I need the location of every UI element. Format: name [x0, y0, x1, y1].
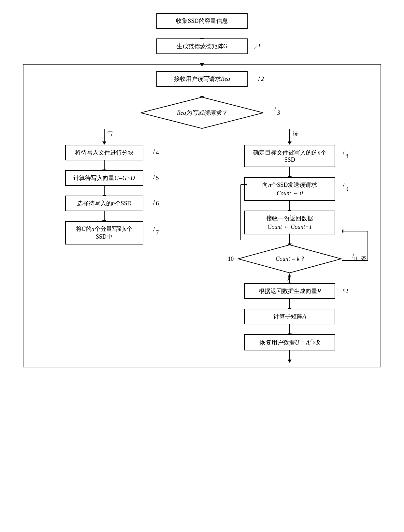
label-block-file: 将待写入文件进行分块: [75, 149, 134, 156]
step-num-6: 6: [156, 200, 159, 207]
node-receive-req-wrapper: 接收用户读写请求Req 2 /: [156, 71, 248, 87]
step-num-3: 3: [277, 110, 280, 116]
label-gen-vector-r: 根据返回数据生成向量R: [259, 288, 321, 294]
flowchart: 收集SSD的容量信息 生成范德蒙德矩阵G 1 / 接收用户读写请求Req 2: [23, 7, 381, 367]
step-num-9: 9: [345, 185, 348, 192]
label-collect-ssd: 收集SSD的容量信息: [176, 18, 228, 24]
node-determine-ssd-wrapper: 确定目标文件被写入的的n个SSD 8 /: [244, 145, 335, 167]
left-write-col: 写 将待写入文件进行分块 4 / 计算待写入向量C=: [33, 129, 175, 264]
right-read-col: 读 确定目标文件被写入的的n个SSD 8 / 向n个: [209, 129, 371, 360]
slash-3: /: [274, 105, 276, 112]
slash-4: /: [153, 148, 155, 155]
node-calc-vector-wrapper: 计算待写入向量C=G×D 5 /: [65, 170, 143, 186]
node-select-ssd-wrapper: 选择待写入的n个SSD 6 /: [65, 196, 143, 211]
arrow-read-5: [289, 299, 290, 309]
step-num-4: 4: [156, 149, 159, 156]
node-send-read-wrapper: 向n个SSD发送读请求 Count ← 0 9 /: [244, 177, 335, 201]
arrow-read-6: [289, 324, 290, 334]
vert-line-write: [104, 129, 105, 142]
node-block-file: 将待写入文件进行分块: [65, 145, 143, 160]
node-receive-req: 接收用户读写请求Req: [156, 71, 248, 87]
slash-1: /: [254, 43, 258, 51]
node-collect-ssd: 收集SSD的容量信息: [156, 13, 248, 29]
label-determine-ssd: 确定目标文件被写入的的n个SSD: [253, 149, 326, 163]
arrow-write-down: [102, 141, 106, 145]
loop-back-arrow: [221, 175, 247, 246]
node-recover-data-wrapper: 恢复用户数据U = AT×R: [244, 334, 335, 350]
arrow-read-1: [289, 167, 290, 177]
node-gen-matrix-wrapper: 生成范德蒙德矩阵G 1 /: [156, 38, 248, 54]
step-num-7: 7: [156, 229, 159, 236]
split-section: 写 将待写入文件进行分块 4 / 计算待写入向量C=: [33, 129, 371, 360]
label-receive-req: 接收用户读写请求Req: [174, 76, 230, 82]
label-recover-data: 恢复用户数据U = AT×R: [260, 339, 320, 346]
slash-7: /: [153, 226, 155, 233]
slash-6: /: [153, 199, 155, 206]
node-recv-data-wrapper: 接收一份返回数据 Count ← Count+1: [244, 211, 335, 234]
label-req-diamond: Req为写或读请求？: [177, 109, 227, 117]
arrow2: [202, 54, 202, 64]
arrow1: [202, 29, 202, 38]
arrow3: [202, 87, 202, 96]
label-gen-matrix: 生成范德蒙德矩阵G: [177, 43, 228, 50]
step-num-1: 1: [258, 43, 261, 50]
label-calc-vector: 计算待写入向量C=G×D: [73, 175, 135, 181]
node-calc-submatrix: 计算子矩阵A: [244, 309, 335, 324]
no-loop-arrow: [342, 228, 374, 280]
label-send-read-2: Count ← 0: [277, 190, 303, 197]
slash-8: /: [343, 149, 345, 157]
node-send-read: 向n个SSD发送读请求 Count ← 0: [244, 177, 335, 201]
label-recv-data-1: 接收一份返回数据: [266, 214, 313, 222]
node-gen-vector-r-wrapper: 根据返回数据生成向量R 12 /: [244, 283, 335, 299]
label-calc-submatrix: 计算子矩阵A: [273, 313, 306, 320]
arrow-write-3: [104, 211, 105, 221]
slash-2: /: [258, 75, 260, 82]
arrow-read-4: [289, 273, 290, 283]
node-req-diamond: Req为写或读请求？: [140, 96, 264, 129]
label-read: 读: [293, 131, 298, 138]
arrow-final: [289, 350, 290, 360]
node-gen-vector-r: 根据返回数据生成向量R: [244, 283, 335, 299]
node-determine-ssd: 确定目标文件被写入的的n个SSD: [244, 145, 335, 167]
label-count-diamond: Count = k ?: [276, 256, 304, 262]
node-count-diamond-wrapper: Count = k ? 10 11 / 否: [238, 244, 342, 273]
slash-9: /: [343, 182, 345, 189]
node-write-ssd: 将C的n个分量写到n个SSD中: [65, 221, 143, 244]
svg-marker-8: [342, 229, 343, 233]
svg-marker-3: [247, 183, 247, 186]
arrow-read-3: [289, 234, 290, 244]
slash-12: /: [343, 287, 345, 294]
label-select-ssd: 选择待写入的n个SSD: [77, 200, 132, 207]
label-write: 写: [108, 131, 113, 138]
node-count-diamond: Count = k ?: [238, 244, 342, 273]
node-write-ssd-wrapper: 将C的n个分量写到n个SSD中 7 /: [65, 221, 143, 244]
vert-line-read: [289, 129, 290, 142]
arrow-read-2: [289, 201, 290, 211]
node-calc-submatrix-wrapper: 计算子矩阵A: [244, 309, 335, 324]
step-num-2: 2: [261, 76, 264, 82]
label-write-ssd: 将C的n个分量写到n个SSD中: [76, 226, 133, 240]
node-recv-data: 接收一份返回数据 Count ← Count+1: [244, 211, 335, 234]
step-num-8: 8: [345, 153, 348, 159]
arrow-write-2: [104, 186, 105, 196]
node-select-ssd: 选择待写入的n个SSD: [65, 196, 143, 211]
node-block-file-wrapper: 将待写入文件进行分块 4 /: [65, 145, 143, 160]
arrow-read-down: [288, 141, 292, 145]
label-send-read-1: 向n个SSD发送读请求: [262, 181, 317, 189]
node-recover-data: 恢复用户数据U = AT×R: [244, 334, 335, 350]
step-num-10: 10: [228, 256, 234, 262]
arrow-write-1: [104, 160, 105, 170]
label-recv-data-2: Count ← Count+1: [267, 224, 312, 230]
node-req-diamond-wrapper: Req为写或读请求？ 3 /: [140, 96, 264, 129]
step-num-5: 5: [156, 175, 159, 182]
node-gen-matrix: 生成范德蒙德矩阵G: [156, 38, 248, 54]
node-calc-vector: 计算待写入向量C=G×D: [65, 170, 143, 186]
slash-5: /: [153, 173, 155, 181]
main-section: 接收用户读写请求Req 2 / Req为写或读请求？ 3 /: [23, 64, 381, 367]
